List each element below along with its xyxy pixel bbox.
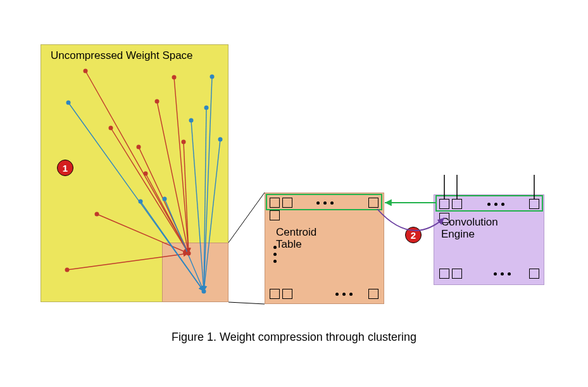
svg-point-38 (187, 251, 191, 256)
svg-point-39 (202, 289, 206, 294)
svg-point-23 (109, 126, 113, 130)
svg-line-21 (204, 139, 220, 291)
svg-point-29 (182, 140, 186, 144)
svg-point-25 (137, 145, 141, 149)
svg-point-36 (163, 197, 167, 201)
svg-line-3 (228, 193, 265, 243)
svg-line-8 (97, 214, 189, 253)
svg-line-10 (67, 253, 189, 270)
diagram-lines (0, 0, 588, 387)
svg-point-33 (210, 75, 215, 79)
svg-line-12 (157, 101, 189, 253)
svg-line-16 (141, 201, 204, 291)
svg-point-30 (172, 75, 177, 80)
svg-line-6 (85, 71, 189, 253)
svg-line-4 (228, 302, 265, 304)
svg-point-28 (155, 99, 160, 104)
svg-point-26 (65, 268, 70, 272)
svg-point-35 (189, 118, 194, 123)
svg-point-27 (144, 172, 148, 176)
svg-point-34 (204, 106, 209, 110)
svg-line-7 (111, 128, 189, 253)
svg-point-37 (218, 137, 223, 142)
svg-point-24 (95, 212, 99, 217)
svg-point-22 (84, 69, 88, 73)
svg-point-32 (139, 200, 143, 204)
svg-point-31 (66, 101, 71, 105)
